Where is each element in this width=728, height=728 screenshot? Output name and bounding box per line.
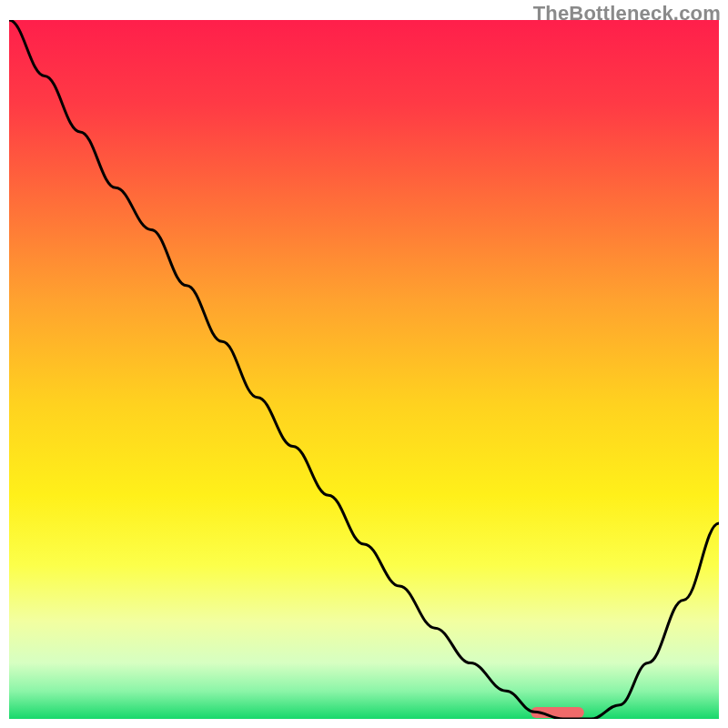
bottleneck-chart	[9, 20, 719, 719]
chart-frame: TheBottleneck.com	[0, 0, 728, 728]
gradient-background	[9, 20, 719, 719]
